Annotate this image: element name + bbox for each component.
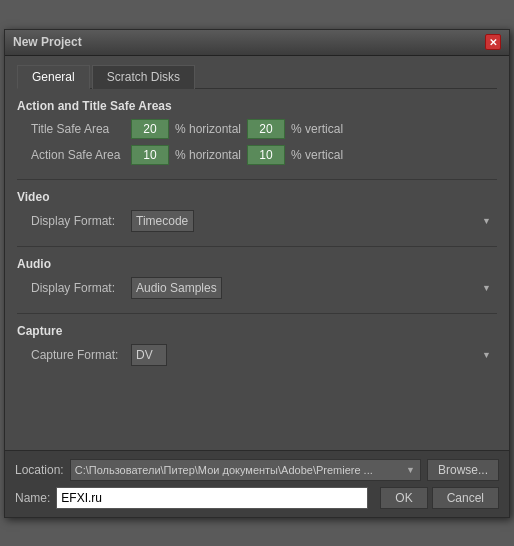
- divider-1: [17, 179, 497, 180]
- capture-format-label: Capture Format:: [31, 348, 131, 362]
- name-input[interactable]: [56, 487, 368, 509]
- title-safe-v-unit: % vertical: [291, 122, 343, 136]
- action-safe-v-input[interactable]: [247, 145, 285, 165]
- capture-section: Capture Capture Format: DV HDV: [17, 324, 497, 366]
- title-safe-h-unit: % horizontal: [175, 122, 241, 136]
- audio-display-format-wrapper: Audio Samples Milliseconds: [131, 277, 497, 299]
- title-safe-row: Title Safe Area % horizontal % vertical: [17, 119, 497, 139]
- title-safe-label: Title Safe Area: [31, 122, 131, 136]
- action-safe-h-input[interactable]: [131, 145, 169, 165]
- video-display-format-select[interactable]: Timecode Frames Fields: [131, 210, 194, 232]
- video-display-format-wrapper: Timecode Frames Fields: [131, 210, 497, 232]
- audio-display-format-select[interactable]: Audio Samples Milliseconds: [131, 277, 222, 299]
- audio-title: Audio: [17, 257, 497, 271]
- location-select[interactable]: C:\Пользователи\Питер\Мои документы\Adob…: [70, 459, 421, 481]
- name-label: Name:: [15, 491, 50, 505]
- tabs-bar: General Scratch Disks: [17, 64, 497, 89]
- audio-display-format-label: Display Format:: [31, 281, 131, 295]
- action-safe-h-unit: % horizontal: [175, 148, 241, 162]
- capture-format-select[interactable]: DV HDV: [131, 344, 167, 366]
- close-button[interactable]: ✕: [485, 34, 501, 50]
- title-bar: New Project ✕: [5, 30, 509, 56]
- video-title: Video: [17, 190, 497, 204]
- audio-section: Audio Display Format: Audio Samples Mill…: [17, 257, 497, 299]
- divider-3: [17, 313, 497, 314]
- tab-scratch-disks[interactable]: Scratch Disks: [92, 65, 195, 89]
- dialog-body: General Scratch Disks Action and Title S…: [5, 56, 509, 450]
- action-safe-row: Action Safe Area % horizontal % vertical: [17, 145, 497, 165]
- name-row: Name: OK Cancel: [15, 487, 499, 509]
- video-display-format-label: Display Format:: [31, 214, 131, 228]
- bottom-bar: Location: C:\Пользователи\Питер\Мои доку…: [5, 450, 509, 517]
- action-safe-v-unit: % vertical: [291, 148, 343, 162]
- video-section: Video Display Format: Timecode Frames Fi…: [17, 190, 497, 232]
- ok-button[interactable]: OK: [380, 487, 427, 509]
- location-label: Location:: [15, 463, 64, 477]
- new-project-dialog: New Project ✕ General Scratch Disks Acti…: [4, 29, 510, 518]
- safe-areas-title: Action and Title Safe Areas: [17, 99, 497, 113]
- dialog-title: New Project: [13, 35, 82, 49]
- title-safe-v-input[interactable]: [247, 119, 285, 139]
- video-display-format-row: Display Format: Timecode Frames Fields: [17, 210, 497, 232]
- tab-general[interactable]: General: [17, 65, 90, 89]
- capture-format-row: Capture Format: DV HDV: [17, 344, 497, 366]
- safe-areas-section: Action and Title Safe Areas Title Safe A…: [17, 99, 497, 165]
- capture-format-wrapper: DV HDV: [131, 344, 497, 366]
- audio-display-format-row: Display Format: Audio Samples Millisecon…: [17, 277, 497, 299]
- cancel-button[interactable]: Cancel: [432, 487, 499, 509]
- location-row: Location: C:\Пользователи\Питер\Мои доку…: [15, 459, 499, 481]
- capture-title: Capture: [17, 324, 497, 338]
- action-safe-label: Action Safe Area: [31, 148, 131, 162]
- spacer: [17, 380, 497, 440]
- browse-button[interactable]: Browse...: [427, 459, 499, 481]
- title-safe-h-input[interactable]: [131, 119, 169, 139]
- divider-2: [17, 246, 497, 247]
- location-select-wrapper: C:\Пользователи\Питер\Мои документы\Adob…: [70, 459, 421, 481]
